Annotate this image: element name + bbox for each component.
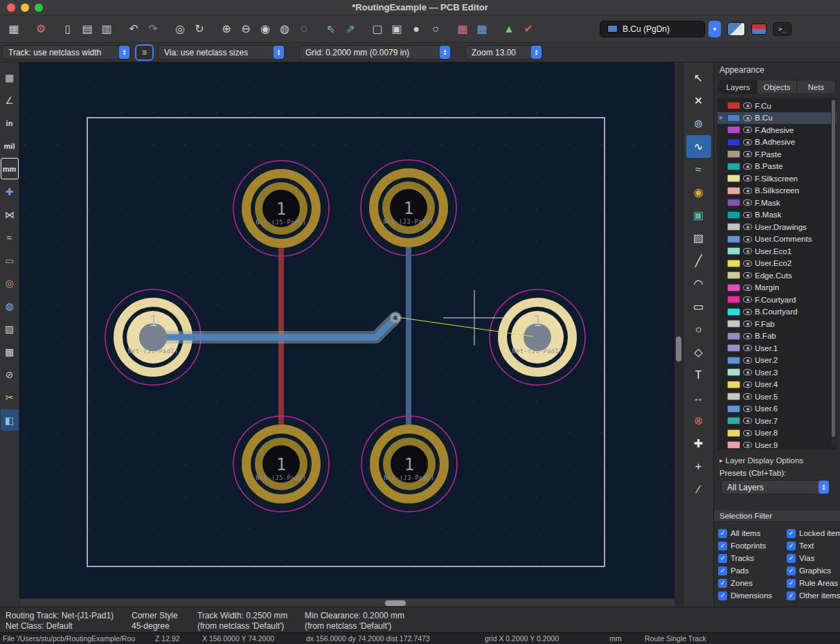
layer-color-swatch[interactable]	[727, 344, 740, 352]
tool-plot[interactable]: ▥	[97, 19, 116, 39]
visibility-eye-icon[interactable]	[743, 382, 752, 388]
visibility-eye-icon[interactable]	[743, 115, 752, 121]
rtool-tune-length-tool[interactable]: ≈	[686, 158, 711, 181]
checkbox[interactable]: ✓	[787, 529, 796, 538]
layer-display-options[interactable]: ▸ Layer Display Options	[714, 454, 840, 466]
tool-print[interactable]: ▤	[78, 19, 97, 39]
filter-other-items[interactable]: ✓ Other items	[787, 589, 840, 602]
visibility-eye-icon[interactable]	[743, 309, 752, 315]
layer-row-user.6[interactable]: ▶ User.6	[717, 403, 837, 415]
layer-row-user.3[interactable]: ▶ User.3	[717, 366, 837, 379]
tool-lock[interactable]: ●	[406, 19, 426, 39]
filter-graphics[interactable]: ✓ Graphics	[787, 564, 840, 577]
checkbox[interactable]: ✓	[787, 591, 796, 600]
layer-row-user.2[interactable]: ▶ User.2	[717, 355, 837, 367]
tool-zoom-out[interactable]: ⊖	[236, 19, 256, 39]
ltool-high-contrast-mode[interactable]: ◧	[1, 409, 19, 431]
tool-refresh[interactable]: ↻	[190, 19, 209, 39]
tool-select-same[interactable]: ▢	[368, 19, 387, 39]
layer-list-scrollbar-thumb[interactable]	[832, 100, 835, 437]
layer-color-swatch[interactable]	[727, 163, 740, 170]
tool-board-setup[interactable]: ⚙	[31, 19, 51, 39]
layer-color-swatch[interactable]	[727, 271, 740, 279]
checkbox[interactable]: ✓	[718, 529, 727, 538]
tool-zoom-fit-page[interactable]: ◉	[256, 19, 275, 39]
visibility-eye-icon[interactable]	[743, 369, 752, 375]
tool-update-pcb[interactable]: ▲	[499, 19, 519, 39]
rtool-anchor-tool[interactable]: ✚	[686, 432, 711, 455]
ltool-pad-outline-mode[interactable]: ◍	[1, 295, 19, 316]
visibility-eye-icon[interactable]	[743, 139, 752, 145]
layer-color-swatch[interactable]	[727, 441, 740, 449]
tool-undo-last-segment[interactable]: ⇖	[321, 19, 341, 39]
scripting-console-button[interactable]: >_	[773, 22, 792, 36]
layer-row-user.drawings[interactable]: ▶ User.Drawings	[717, 221, 837, 233]
layer-color-swatch[interactable]	[727, 211, 740, 219]
ltool-polar-coordinates[interactable]: ∠	[1, 89, 19, 111]
tab-layers[interactable]: Layers	[719, 80, 758, 93]
layer-row-b.silkscreen[interactable]: ▶ B.Silkscreen	[717, 185, 837, 197]
rtool-dimension-tool[interactable]: ↔	[686, 386, 711, 409]
visibility-eye-icon[interactable]	[743, 236, 752, 242]
layer-row-margin[interactable]: ▶ Margin	[717, 282, 837, 294]
rtool-line-tool[interactable]: ╱	[686, 249, 711, 272]
tab-objects[interactable]: Objects	[758, 80, 796, 93]
layer-row-f.fab[interactable]: ▶ F.Fab	[717, 318, 837, 330]
layer-color-swatch[interactable]	[727, 126, 740, 134]
filter-all-items[interactable]: ✓ All items	[718, 527, 787, 539]
rtool-rule-area-tool[interactable]: ⊗	[686, 409, 711, 432]
layer-list-scrollbar[interactable]	[831, 100, 836, 447]
tool-save[interactable]: ▦	[4, 19, 24, 39]
filter-vias[interactable]: ✓ Vias	[787, 552, 840, 564]
rtool-add-footprint-tool[interactable]: ▣	[686, 204, 711, 226]
layer-row-user.8[interactable]: ▶ User.8	[717, 427, 837, 440]
filter-tracks[interactable]: ✓ Tracks	[718, 552, 787, 564]
filter-footprints[interactable]: ✓ Footprints	[718, 539, 787, 552]
layer-color-swatch[interactable]	[727, 175, 740, 182]
layer-color-swatch[interactable]	[727, 393, 740, 400]
rtool-zone-tool[interactable]: ▨	[686, 226, 711, 249]
visibility-eye-icon[interactable]	[743, 442, 752, 448]
filter-dimensions[interactable]: ✓ Dimensions	[718, 589, 787, 602]
layer-row-edge.cuts[interactable]: ▶ Edge.Cuts	[717, 269, 837, 282]
track-width-edit-button[interactable]: ≡	[135, 44, 154, 61]
zoom-button[interactable]	[35, 3, 43, 12]
vertical-scrollbar-thumb[interactable]	[676, 337, 681, 361]
layer-row-f.courtyard[interactable]: ▶ F.Courtyard	[717, 294, 837, 306]
layer-color-swatch[interactable]	[727, 320, 740, 328]
layer-row-user.7[interactable]: ▶ User.7	[717, 415, 837, 427]
tool-drc-check[interactable]: ✔	[519, 19, 538, 39]
ltool-track-outline-mode[interactable]: ▭	[1, 249, 19, 271]
layer-row-b.cu[interactable]: ▶ B.Cu	[717, 112, 837, 125]
checkbox[interactable]: ✓	[787, 542, 796, 551]
ltool-units-inches[interactable]: in	[1, 112, 19, 134]
layer-color-swatch[interactable]	[727, 102, 740, 109]
rtool-rectangle-tool[interactable]: ▭	[686, 295, 711, 318]
tool-zoom-selection[interactable]: ◌	[294, 19, 314, 39]
ltool-zone-outline-mode[interactable]: ▨	[1, 318, 19, 339]
layer-row-b.courtyard[interactable]: ▶ B.Courtyard	[717, 306, 837, 319]
layer-manager-icon[interactable]	[751, 24, 767, 35]
rtool-select-tool[interactable]: ↖	[686, 66, 711, 89]
checkbox[interactable]: ✓	[718, 579, 727, 588]
via-size-select[interactable]: Via: use netclass sizes ▲▼	[158, 45, 285, 60]
rtool-highlight-net-tool[interactable]: ⊚	[686, 112, 711, 135]
tool-zoom-in[interactable]: ⊕	[217, 19, 236, 39]
layer-row-user.4[interactable]: ▶ User.4	[717, 379, 837, 391]
checkbox[interactable]: ✓	[718, 566, 727, 575]
minimize-button[interactable]	[21, 3, 29, 12]
ltool-units-mils[interactable]: mil	[1, 135, 19, 156]
visibility-eye-icon[interactable]	[743, 406, 752, 412]
filter-rule-areas[interactable]: ✓ Rule Areas	[787, 577, 840, 589]
tab-nets[interactable]: Nets	[797, 80, 835, 93]
rtool-interactive-delete-tool[interactable]: ✕	[686, 89, 711, 112]
layer-color-swatch[interactable]	[727, 368, 740, 376]
layer-row-user.9[interactable]: ▶ User.9	[717, 439, 837, 450]
layer-color-swatch[interactable]	[727, 150, 740, 158]
visibility-eye-icon[interactable]	[743, 393, 752, 400]
rtool-circle-tool[interactable]: ○	[686, 318, 711, 341]
layer-color-swatch[interactable]	[727, 332, 740, 340]
tool-undo[interactable]: ↶	[124, 19, 143, 39]
tool-finish-track[interactable]: ⇗	[341, 19, 360, 39]
visibility-eye-icon[interactable]	[743, 212, 752, 218]
